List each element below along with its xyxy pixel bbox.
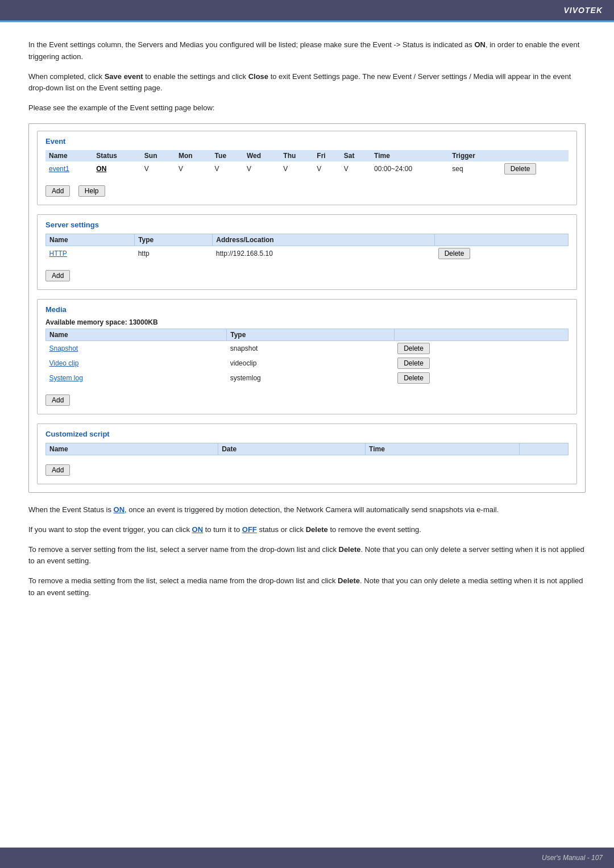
media-th-action (394, 329, 568, 340)
th-name: Name (45, 150, 93, 161)
media-name-videoclip[interactable]: Video clip (46, 356, 227, 371)
event-status[interactable]: ON (93, 161, 140, 176)
custom-th-action (519, 443, 568, 455)
custom-section-title: Customized script (45, 430, 569, 438)
p4-on-link[interactable]: ON (114, 505, 125, 514)
header-bar: VIVOTEK (0, 0, 614, 20)
event-delete-cell: Delete (501, 161, 569, 176)
th-sat: Sat (341, 150, 371, 161)
server-add-button[interactable]: Add (45, 270, 70, 281)
media-memory-info: Available memory space: 13000KB (45, 318, 569, 326)
media-row-snapshot: Snapshot snapshot Delete (46, 340, 569, 356)
p4-1: When the Event Status is (28, 505, 114, 514)
footer-page-label: User's Manual - 107 (542, 854, 603, 862)
p5-4: to remove the event setting. (328, 525, 421, 534)
event-mon: V (175, 161, 211, 176)
p6-1: To remove a server setting from the list… (28, 545, 339, 554)
p5-2: to turn it to (203, 525, 242, 534)
th-wed: Wed (243, 150, 280, 161)
server-row-1: HTTP http http://192.168.5.10 Delete (46, 246, 569, 261)
p2-1: When completed, click (28, 72, 105, 81)
custom-add-button[interactable]: Add (45, 464, 70, 476)
event-help-button[interactable]: Help (78, 185, 105, 197)
server-th-type: Type (135, 234, 213, 246)
event-trigger: seq (449, 161, 500, 176)
event-time: 00:00~24:00 (371, 161, 449, 176)
paragraph-3: Please see the example of the Event sett… (28, 102, 586, 114)
event-row-1: event1 ON V V V V V V V 00:00~24:00 seq … (45, 161, 569, 176)
th-sun: Sun (141, 150, 175, 161)
server-delete-cell: Delete (435, 246, 569, 261)
server-address: http://192.168.5.10 (213, 246, 435, 261)
server-actions: Add (45, 265, 569, 281)
server-th-address: Address/Location (213, 234, 435, 246)
p6-delete: Delete (339, 545, 361, 554)
media-table: Name Type Snapshot snapshot Delete Video… (45, 329, 569, 385)
custom-table: Name Date Time (45, 443, 569, 455)
event-table-header-row: Name Status Sun Mon Tue Wed Thu Fri Sat … (45, 150, 569, 161)
paragraph-4: When the Event Status is ON, once an eve… (28, 504, 586, 516)
p5-off-link[interactable]: OFF (242, 525, 257, 534)
media-delete-snapshot-cell: Delete (394, 340, 568, 356)
media-row-systemlog: System log systemlog Delete (46, 371, 569, 385)
event-section-title: Event (45, 137, 569, 146)
p5-1: If you want to stop the event trigger, y… (28, 525, 192, 534)
event-name[interactable]: event1 (45, 161, 93, 176)
media-name-systemlog[interactable]: System log (46, 371, 227, 385)
p2-save: Save event (105, 72, 143, 81)
media-row-videoclip: Video clip videoclip Delete (46, 356, 569, 371)
event-fri: V (313, 161, 340, 176)
th-action (501, 150, 569, 161)
server-settings-section: Server settings Name Type Address/Locati… (37, 214, 577, 290)
event-delete-button[interactable]: Delete (504, 163, 537, 175)
server-section-title: Server settings (45, 221, 569, 229)
event-section: Event Name Status Sun Mon Tue Wed Thu Fr… (37, 131, 577, 205)
server-delete-button[interactable]: Delete (438, 248, 471, 259)
media-th-name: Name (46, 329, 227, 340)
server-type: http (135, 246, 213, 261)
event-sun: V (141, 161, 175, 176)
media-delete-systemlog-button[interactable]: Delete (397, 372, 430, 384)
th-status: Status (93, 150, 140, 161)
media-delete-videoclip-button[interactable]: Delete (397, 358, 430, 369)
p4-2: , once an event is triggered by motion d… (125, 505, 499, 514)
event-thu: V (280, 161, 313, 176)
p7-1: To remove a media setting from the list,… (28, 576, 338, 585)
custom-th-date: Date (218, 443, 366, 455)
p2-close: Close (248, 72, 268, 81)
media-delete-snapshot-button[interactable]: Delete (397, 343, 430, 354)
custom-actions: Add (45, 460, 569, 476)
media-type-snapshot: snapshot (227, 340, 394, 356)
custom-th-name: Name (46, 443, 218, 455)
brand-logo: VIVOTEK (564, 6, 603, 15)
p5-delete: Delete (306, 525, 328, 534)
media-table-header-row: Name Type (46, 329, 569, 340)
media-name-snapshot[interactable]: Snapshot (46, 340, 227, 356)
media-section-title: Media (45, 305, 569, 314)
custom-th-time: Time (366, 443, 520, 455)
server-name[interactable]: HTTP (46, 246, 135, 261)
p3-text: Please see the example of the Event sett… (28, 103, 214, 112)
th-trigger: Trigger (449, 150, 500, 161)
paragraph-5: If you want to stop the event trigger, y… (28, 524, 586, 536)
p5-3: status or click (257, 525, 306, 534)
event-wed: V (243, 161, 280, 176)
p5-on-link[interactable]: ON (192, 525, 204, 534)
event-add-button[interactable]: Add (45, 185, 70, 197)
server-th-action (435, 234, 569, 246)
p1-on: ON (474, 40, 486, 49)
th-mon: Mon (175, 150, 211, 161)
paragraph-6: To remove a server setting from the list… (28, 544, 586, 568)
p2-2: to enable the settings and click (143, 72, 248, 81)
server-th-name: Name (46, 234, 135, 246)
event-sat: V (341, 161, 371, 176)
event-settings-panel: Event Name Status Sun Mon Tue Wed Thu Fr… (28, 123, 586, 493)
custom-table-header-row: Name Date Time (46, 443, 569, 455)
p1-text: In the Event settings column, the Server… (28, 40, 474, 49)
th-fri: Fri (313, 150, 340, 161)
media-section: Media Available memory space: 13000KB Na… (37, 299, 577, 414)
media-add-button[interactable]: Add (45, 394, 70, 406)
paragraph-1: In the Event settings column, the Server… (28, 39, 586, 63)
server-table-header-row: Name Type Address/Location (46, 234, 569, 246)
custom-script-section: Customized script Name Date Time Add (37, 423, 577, 484)
